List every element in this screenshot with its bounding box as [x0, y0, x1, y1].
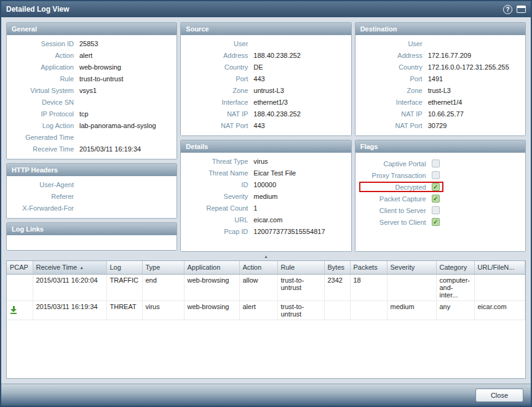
field-value: trust-L3 [428, 85, 519, 97]
field-repeat-count: Repeat Count1 [185, 203, 344, 214]
field-src-zone: Zoneuntrust-L3 [185, 85, 344, 97]
field-threat-type: Threat Typevirus [185, 156, 344, 167]
field-label: Repeat Count [185, 203, 253, 214]
field-label: NAT Port [185, 120, 253, 132]
close-button[interactable]: Close [475, 389, 523, 402]
field-value: tcp [79, 108, 170, 120]
column-header-action[interactable]: Action [239, 261, 277, 274]
column-header-severity[interactable]: Severity [387, 261, 436, 274]
field-src-nat-ip: NAT IP188.40.238.252 [185, 108, 344, 120]
flag-label: Decrypted [363, 183, 432, 191]
field-url: URLeicar.com [185, 214, 344, 226]
field-label: Device SN [10, 97, 79, 108]
field-label: Rule [10, 73, 79, 85]
column-header-rule[interactable]: Rule [277, 261, 324, 274]
field-label: Port [185, 73, 253, 85]
field-label: Generated Time [10, 132, 79, 143]
column-middle: Source User Address188.40.238.252 Countr… [180, 22, 351, 252]
dialog-titlebar[interactable]: Detailed Log View ? [1, 1, 531, 17]
column-header-label: Type [146, 264, 161, 271]
cell-pcap [7, 300, 33, 320]
splitter-collapse-icon[interactable]: ▲ [264, 254, 268, 259]
field-dst-user: User [359, 38, 519, 50]
sort-asc-icon: ▲ [79, 265, 84, 270]
column-header-bytes[interactable]: Bytes [324, 261, 350, 274]
field-log-action: Log Actionlab-panorama-and-syslog [10, 120, 170, 132]
column-header-receive-time[interactable]: Receive Time▲ [33, 261, 106, 274]
column-right: Destination User Address172.16.77.209 Co… [355, 22, 526, 252]
column-header-label: PCAP [10, 264, 28, 271]
log-row-threat[interactable]: 2015/03/11 16:19:34 THREAT virus web-bro… [7, 300, 525, 320]
panel-log-links-body [7, 235, 177, 250]
column-header-url-filename[interactable]: URL/FileN... [474, 261, 525, 274]
field-rule: Ruletrust-to-untrust [10, 73, 170, 85]
field-referer: Referer [10, 191, 170, 203]
flag-label: Client to Server [363, 207, 432, 214]
panel-destination-header: Destination [355, 23, 525, 35]
field-dst-interface: Interfaceethernet1/4 [359, 97, 519, 108]
panel-flags-body: Captive Portal✓ Proxy Transaction✓ Decry… [355, 153, 525, 251]
field-value: 100000 [253, 179, 344, 191]
field-generated-time: Generated Time [10, 132, 170, 143]
field-label: Pcap ID [185, 226, 253, 238]
column-header-type[interactable]: Type [142, 261, 184, 274]
cell-category: any [436, 300, 474, 320]
panel-table-splitter[interactable]: ▲ [6, 252, 526, 260]
field-value: 172.16.0.0-172.31.255.255 [428, 62, 519, 73]
cell-rule: trust-to-untrust [277, 274, 324, 300]
check-icon: ✓ [433, 196, 438, 202]
panel-source-body: User Address188.40.238.252 CountryDE Por… [181, 35, 351, 135]
panel-log-links-header: Log Links [7, 223, 177, 235]
cell-receive-time: 2015/03/11 16:19:34 [33, 300, 106, 320]
field-label: Log Action [10, 120, 79, 132]
popout-window-icon[interactable] [517, 6, 526, 13]
flag-proxy-transaction: Proxy Transaction✓ [359, 169, 519, 181]
field-label: Threat Type [185, 156, 253, 167]
flag-box: Packet Capture✓ [359, 193, 443, 204]
flag-decrypted: Decrypted✓ [359, 181, 519, 193]
field-value: vsys1 [79, 85, 170, 97]
field-value: DE [253, 62, 344, 73]
cell-log: TRAFFIC [106, 274, 142, 300]
panel-log-links: Log Links [6, 222, 177, 251]
field-src-address: Address188.40.238.252 [185, 50, 344, 62]
field-label: Threat Name [185, 167, 253, 179]
help-icon[interactable]: ? [503, 5, 512, 14]
flag-packet-capture: Packet Capture✓ [359, 193, 519, 204]
field-value: alert [79, 50, 170, 62]
field-value: 25853 [79, 38, 170, 50]
panel-flags-header: Flags [355, 140, 525, 153]
field-value: 443 [253, 120, 344, 132]
field-x-forwarded-for: X-Forwarded-For [10, 203, 170, 214]
field-value: trust-to-untrust [79, 73, 170, 85]
column-header-category[interactable]: Category [436, 261, 474, 274]
field-label: X-Forwarded-For [10, 203, 79, 214]
flag-box: Captive Portal✓ [359, 158, 443, 169]
field-label: Referer [10, 191, 79, 203]
column-header-log[interactable]: Log [106, 261, 142, 274]
field-threat-id: ID100000 [185, 179, 344, 191]
column-header-packets[interactable]: Packets [350, 261, 387, 274]
field-label: NAT IP [359, 108, 428, 120]
field-label: Port [359, 73, 428, 85]
field-value: 188.40.238.252 [253, 50, 344, 62]
field-label: Interface [359, 97, 428, 108]
field-value [79, 191, 170, 203]
log-row-traffic[interactable]: 2015/03/11 16:20:04 TRAFFIC end web-brow… [7, 274, 525, 300]
column-header-application[interactable]: Application [184, 261, 239, 274]
field-label: URL [185, 214, 253, 226]
dialog-footer: Close [1, 384, 531, 406]
panel-general-body: Session ID25853 Actionalert Applicationw… [7, 35, 177, 159]
field-src-nat-port: NAT Port443 [185, 120, 344, 132]
field-value: 172.16.77.209 [428, 50, 519, 62]
column-header-pcap[interactable]: PCAP [7, 261, 33, 274]
field-value: 1200773773515554817 [253, 226, 344, 238]
field-threat-name: Threat NameEicar Test File [185, 167, 344, 179]
field-label: Address [359, 50, 428, 62]
panel-source-header: Source [181, 23, 351, 35]
field-session-id: Session ID25853 [10, 38, 170, 50]
captive-portal-checkbox: ✓ [432, 159, 440, 167]
decrypted-checkbox: ✓ [432, 183, 440, 191]
cell-bytes: 2342 [324, 274, 350, 300]
pcap-download-icon[interactable] [10, 306, 17, 314]
